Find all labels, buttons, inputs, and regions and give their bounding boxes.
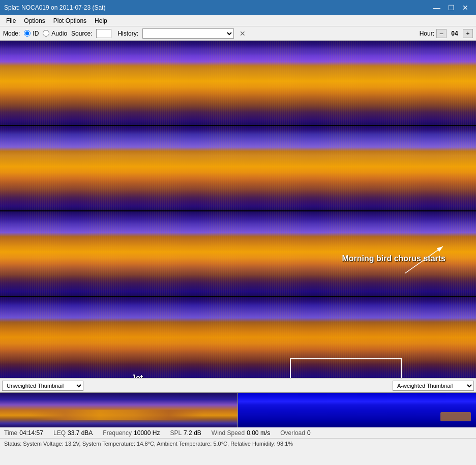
right-thumbnail-select[interactable]: A-weighted Thumbnail: [393, 381, 474, 391]
menu-help[interactable]: Help: [91, 16, 111, 25]
hour-minus-button[interactable]: –: [436, 29, 447, 38]
wind-value: 0.00 m/s: [247, 429, 270, 437]
source-label: Source:: [71, 30, 92, 37]
mode-label: Mode:: [3, 30, 20, 37]
mode-id-radio[interactable]: [24, 30, 31, 37]
time-value: 04:14:57: [19, 429, 43, 437]
bottom-controls: Unweighted Thumbnail A-weighted Thumbnai…: [0, 378, 476, 392]
main-spectrogram-area: Morning bird chorus starts Jet: [0, 41, 476, 378]
spectrogram-row-4: [0, 297, 476, 378]
title-bar: Splat: NOCA019 on 2011-07-23 (Sat) — ☐ ✕: [0, 0, 476, 15]
frequency-status: Frequency 10000 Hz: [103, 429, 160, 437]
hour-controls: Hour: – 04 +: [420, 29, 473, 38]
frequency-label: Frequency: [103, 429, 132, 437]
overload-value: 0: [307, 429, 311, 437]
menu-options[interactable]: Options: [20, 16, 49, 25]
aweighted-thumbnail: [238, 393, 476, 427]
overload-status: Overload 0: [280, 429, 310, 437]
spectrogram-row-1: [0, 41, 476, 125]
menu-file[interactable]: File: [2, 16, 20, 25]
unweighted-thumbnail: [0, 393, 238, 427]
wind-status: Wind Speed 0.00 m/s: [212, 429, 270, 437]
left-thumbnail-select[interactable]: Unweighted Thumbnail: [2, 381, 83, 391]
clear-history-button[interactable]: ✕: [238, 29, 247, 38]
menu-plot-options[interactable]: Plot Options: [49, 16, 91, 25]
minimize-button[interactable]: —: [430, 3, 443, 13]
source-input[interactable]: [96, 29, 111, 38]
spectrogram-row-3: [0, 211, 476, 296]
frequency-value: 10000 Hz: [134, 429, 160, 437]
mode-id-label[interactable]: ID: [33, 30, 39, 37]
system-status-text: Status: System Voltage: 13.2V, System Te…: [4, 441, 293, 447]
spectrogram-row-2: [0, 126, 476, 210]
history-label: History:: [117, 30, 138, 37]
mode-id-group: ID: [24, 30, 39, 37]
time-label: Time: [4, 429, 17, 437]
spl-label: SPL: [170, 429, 182, 437]
spl-value: 7.2 dB: [184, 429, 201, 437]
mode-audio-group: Audio: [43, 30, 67, 37]
window-title: Splat: NOCA019 on 2011-07-23 (Sat): [4, 4, 105, 11]
mode-audio-label[interactable]: Audio: [51, 30, 67, 37]
time-status: Time 04:14:57: [4, 429, 43, 437]
leq-label: LEQ: [53, 429, 66, 437]
overload-label: Overload: [280, 429, 305, 437]
thumbnail-area: [0, 392, 476, 427]
hour-value: 04: [449, 30, 461, 37]
hour-label: Hour:: [420, 30, 434, 37]
leq-status: LEQ 33.7 dBA: [53, 429, 93, 437]
close-button[interactable]: ✕: [459, 3, 472, 13]
mode-audio-radio[interactable]: [43, 30, 49, 37]
wind-label: Wind Speed: [212, 429, 245, 437]
leq-value: 33.7 dBA: [68, 429, 93, 437]
window-controls: — ☐ ✕: [430, 3, 472, 13]
history-select[interactable]: [142, 28, 234, 39]
status-bar: Time 04:14:57 LEQ 33.7 dBA Frequency 100…: [0, 427, 476, 438]
spl-status: SPL 7.2 dB: [170, 429, 201, 437]
maximize-button[interactable]: ☐: [444, 3, 458, 13]
toolbar: Mode: ID Audio Source: History: ✕ Hour: …: [0, 26, 476, 41]
system-status-bar: Status: System Voltage: 13.2V, System Te…: [0, 438, 476, 448]
hour-plus-button[interactable]: +: [463, 29, 473, 38]
menu-bar: File Options Plot Options Help: [0, 15, 476, 26]
